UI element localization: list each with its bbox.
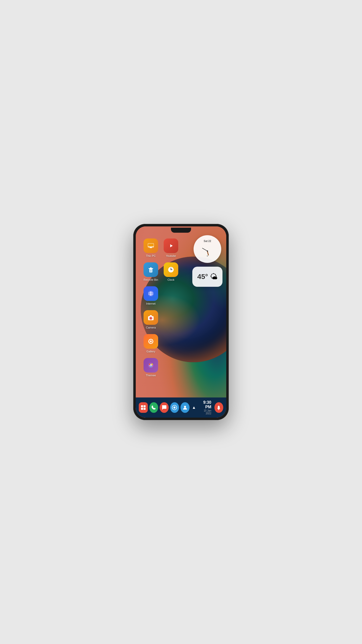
svg-rect-2 <box>148 244 154 247</box>
svg-point-32 <box>152 342 153 343</box>
internet-icon <box>144 286 158 301</box>
clock-bottom-dot <box>207 255 208 257</box>
svg-point-28 <box>150 343 151 344</box>
svg-rect-4 <box>149 269 152 272</box>
recycle-bin-icon <box>144 262 158 277</box>
status-bar <box>136 226 226 234</box>
svg-point-33 <box>152 339 153 340</box>
svg-point-47 <box>184 406 186 408</box>
svg-rect-43 <box>141 408 143 410</box>
svg-point-29 <box>148 341 149 342</box>
app-grid: Thic PC Youtube <box>141 236 181 380</box>
svg-point-22 <box>150 317 152 319</box>
internet-label: Internet <box>146 302 155 305</box>
app-recycle-bin[interactable]: Recycle Bin <box>141 260 161 284</box>
svg-point-40 <box>150 365 151 366</box>
taskbar-windows[interactable] <box>139 402 148 413</box>
notch <box>171 228 191 233</box>
camera-icon <box>144 310 158 325</box>
svg-rect-6 <box>150 267 152 268</box>
taskbar: ▲ 9:30 PM 15 Jan 2022 <box>136 397 226 418</box>
themee-icon <box>144 358 158 373</box>
youtube-label: Youtube <box>166 254 176 257</box>
clock-widget[interactable]: Sat 22 <box>194 235 221 263</box>
svg-point-26 <box>150 341 152 342</box>
clock-label: Clock <box>167 278 174 281</box>
weather-icon: 🌤 <box>210 272 217 281</box>
svg-point-13 <box>171 269 171 270</box>
weather-widget[interactable]: 45° 🌤 <box>192 267 222 287</box>
taskbar-messages[interactable] <box>160 402 169 413</box>
app-internet[interactable]: Internet <box>141 284 161 308</box>
gallery-icon <box>144 334 158 349</box>
svg-point-34 <box>149 342 150 343</box>
app-clock[interactable]: Clock <box>161 260 181 284</box>
app-camera[interactable]: Camera <box>141 308 161 332</box>
svg-point-27 <box>150 339 151 340</box>
svg-point-30 <box>152 341 153 342</box>
svg-rect-42 <box>144 405 146 407</box>
taskbar-contacts[interactable] <box>180 402 190 413</box>
svg-rect-44 <box>144 408 146 410</box>
clock-date: Sat 22 <box>204 240 211 243</box>
taskbar-date: 15 Jan 2022 <box>198 409 211 415</box>
svg-rect-41 <box>141 405 143 407</box>
camera-label: Camera <box>146 326 156 329</box>
phone-screen: Sat 22 45° 🌤 <box>136 226 226 418</box>
taskbar-bell[interactable] <box>214 402 223 413</box>
recycle-bin-label: Recycle Bin <box>144 278 158 281</box>
gallery-label: Gallery <box>147 350 155 353</box>
app-thic-pc[interactable]: Thic PC <box>141 236 161 260</box>
clock-face <box>200 244 215 259</box>
chevron-up-icon[interactable]: ▲ <box>192 405 196 410</box>
taskbar-time: 9:30 PM <box>198 400 211 409</box>
thic-pc-label: Thic PC <box>146 254 156 257</box>
app-youtube[interactable]: Youtube <box>161 236 181 260</box>
clock-app-icon <box>164 262 178 277</box>
weather-temperature: 45° <box>197 273 208 281</box>
svg-point-46 <box>173 407 175 409</box>
app-themee[interactable]: Themee <box>141 356 161 380</box>
app-gallery[interactable]: Gallery <box>141 332 161 356</box>
clock-center-dot <box>207 250 208 252</box>
taskbar-camera[interactable] <box>170 402 179 413</box>
svg-rect-5 <box>149 268 153 269</box>
svg-point-31 <box>149 339 150 340</box>
taskbar-phone[interactable] <box>149 402 158 413</box>
themee-label: Themee <box>146 374 156 377</box>
svg-marker-3 <box>170 244 173 247</box>
thic-pc-icon <box>144 238 158 253</box>
phone-frame: Sat 22 45° 🌤 <box>133 224 229 420</box>
youtube-icon <box>164 238 178 253</box>
taskbar-time-block: 9:30 PM 15 Jan 2022 <box>198 400 211 415</box>
svg-point-48 <box>218 409 219 410</box>
